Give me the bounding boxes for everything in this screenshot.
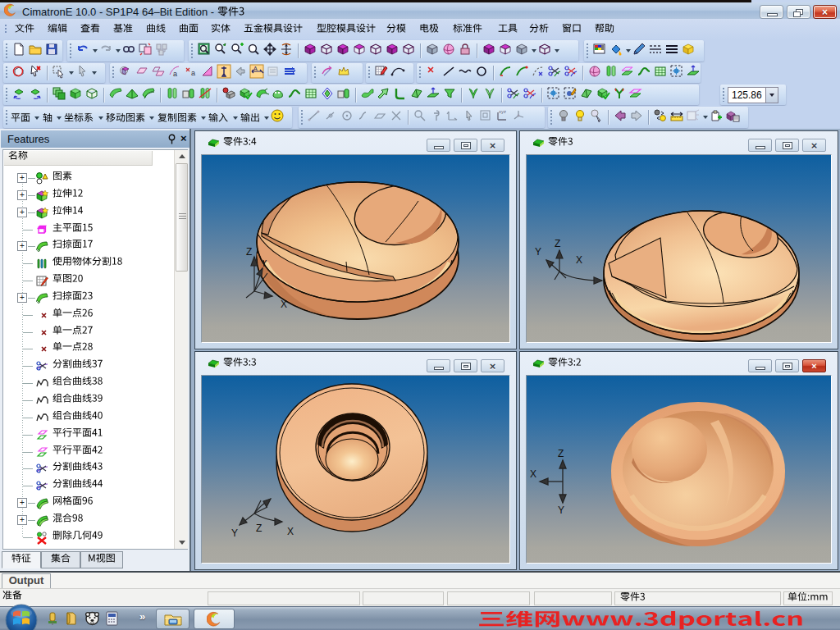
- svg-text:X: X: [576, 254, 582, 266]
- svg-text:A: A: [253, 66, 258, 71]
- svg-text:Z: Z: [555, 238, 560, 249]
- svg-text:xyz: xyz: [499, 109, 506, 114]
- svg-text:X: X: [281, 299, 287, 310]
- svg-text:X: X: [287, 526, 294, 537]
- svg-text:Y: Y: [261, 258, 267, 268]
- svg-text:a: a: [173, 70, 177, 78]
- svg-text:a: a: [191, 69, 195, 77]
- svg-text:Z: Z: [558, 448, 564, 459]
- svg-text:Z: Z: [256, 523, 262, 534]
- svg-text:Z: Z: [246, 246, 252, 258]
- svg-text:X: X: [530, 468, 536, 480]
- svg-text:Y: Y: [558, 504, 564, 516]
- svg-text:Y: Y: [231, 527, 238, 539]
- svg-text:Y: Y: [535, 246, 541, 258]
